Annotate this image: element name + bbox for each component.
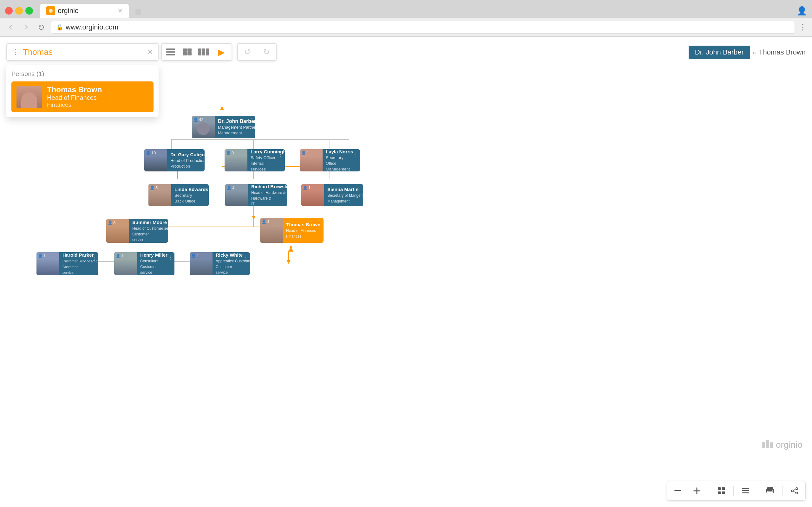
- card-menu-button[interactable]: ⋮: [166, 252, 174, 262]
- refresh-button[interactable]: [36, 21, 47, 33]
- zoom-out-button[interactable]: [671, 484, 685, 498]
- clear-search-button[interactable]: ✕: [147, 48, 153, 56]
- thomas-expand-icon[interactable]: [287, 245, 295, 254]
- card-dept: Customer service: [140, 265, 157, 275]
- card-title: Consultant: [140, 259, 158, 263]
- svg-rect-47: [674, 490, 681, 491]
- bottom-toolbar: [667, 481, 806, 501]
- svg-rect-2: [166, 49, 175, 50]
- forward-button[interactable]: [20, 21, 32, 33]
- user-account-button[interactable]: 👤: [797, 6, 807, 16]
- card-title: Secretary of Mangement: [327, 193, 363, 198]
- svg-rect-9: [198, 49, 201, 52]
- maximize-button[interactable]: [26, 7, 33, 14]
- card-title: Secretary: [174, 193, 192, 198]
- card-count: 👤 4: [261, 219, 269, 224]
- card-larry-cunningham[interactable]: 👤 8 Larry Cunningham Safety Officer Inte…: [224, 149, 285, 171]
- toolbar-divider: [733, 486, 734, 496]
- svg-rect-60: [767, 489, 774, 492]
- card-sienna-martin[interactable]: 👤 1 Sienna Martin Secretary of Mangement…: [301, 184, 363, 206]
- card-count: 👤 8: [226, 151, 234, 155]
- svg-rect-52: [718, 492, 721, 494]
- compact-view-button[interactable]: [180, 45, 195, 59]
- svg-rect-57: [767, 487, 773, 489]
- browser-menu-button[interactable]: ⋮: [799, 22, 807, 32]
- undo-button[interactable]: ↺: [238, 44, 257, 60]
- card-menu-button[interactable]: ⋮: [90, 252, 98, 262]
- address-bar[interactable]: 🔒 www.orginio.com: [51, 21, 795, 34]
- undo-controls: ↺ ↻: [237, 43, 276, 61]
- svg-rect-53: [722, 492, 725, 494]
- list-view-button[interactable]: [163, 45, 178, 59]
- card-menu-button[interactable]: ⋮: [200, 184, 209, 193]
- play-button[interactable]: ▶: [212, 45, 230, 59]
- tab-close-button[interactable]: ✕: [118, 7, 122, 14]
- card-menu-button[interactable]: ⋮: [355, 184, 363, 193]
- card-count: 👤 5: [150, 185, 158, 190]
- view-controls: ▶: [161, 43, 232, 61]
- card-john-barber[interactable]: 👤 42 Dr. John Barber Management Partner …: [192, 116, 255, 138]
- card-menu-button[interactable]: ⋮: [276, 149, 285, 159]
- redo-button[interactable]: ↻: [257, 44, 276, 60]
- watermark-text: orginio: [776, 440, 803, 450]
- card-name: Ricky White: [216, 252, 243, 258]
- new-tab-button[interactable]: [129, 6, 148, 18]
- print-button[interactable]: [763, 484, 777, 498]
- card-menu-button[interactable]: ⋮: [352, 149, 360, 159]
- card-dept: Management: [218, 130, 242, 135]
- grid-button[interactable]: [714, 484, 728, 498]
- back-button[interactable]: [5, 21, 16, 33]
- card-menu-button[interactable]: ⋮: [160, 219, 168, 228]
- card-menu-button[interactable]: ⋮: [279, 184, 287, 193]
- card-title: Secretary: [326, 155, 344, 160]
- card-info: Ricky White Apprentice Customer Service …: [212, 252, 242, 275]
- tab-favicon: [46, 6, 55, 15]
- svg-rect-11: [206, 49, 209, 52]
- result-avatar: [16, 86, 42, 108]
- svg-rect-1: [136, 9, 141, 15]
- card-menu-button[interactable]: ⋮: [247, 116, 255, 125]
- active-tab[interactable]: orginio ✕: [40, 4, 129, 18]
- dropdown-label: Persons (1): [11, 70, 154, 78]
- svg-rect-55: [742, 490, 749, 491]
- share-button[interactable]: [788, 484, 802, 498]
- card-info: Dr. Gary Coleman Head of Production Prod…: [167, 150, 196, 171]
- search-input[interactable]: [23, 47, 143, 57]
- minimize-button[interactable]: [15, 7, 23, 14]
- url-text: www.orginio.com: [66, 23, 118, 32]
- card-summer-moore[interactable]: 👤 8 Summer Moore Head of Customer servic…: [106, 219, 168, 243]
- card-menu-button[interactable]: ⋮: [242, 252, 250, 262]
- svg-line-66: [793, 491, 796, 493]
- svg-rect-14: [206, 52, 209, 55]
- card-layla-norris[interactable]: 👤 1 Layla Norris Secretary Office Manage…: [300, 149, 360, 171]
- card-dept: Management: [327, 199, 350, 204]
- card-title: Head of Production: [170, 158, 205, 163]
- card-henry-miller[interactable]: 👤 1 Henry Miller Consultant Customer ser…: [114, 252, 174, 275]
- card-info: Thomas Brown Head of Finances Finances: [283, 220, 315, 241]
- card-harold-parker[interactable]: 👤 1 Harold Parker Customer Service Repre…: [37, 252, 98, 275]
- result-name: Thomas Brown: [47, 85, 102, 94]
- card-view-button[interactable]: [196, 45, 211, 59]
- card-ricky-white[interactable]: 👤 1 Ricky White Apprentice Customer Serv…: [190, 252, 250, 275]
- card-title: Safety Officer: [251, 155, 275, 160]
- card-gary-coleman[interactable]: 👤 18 Dr. Gary Coleman Head of Production…: [144, 149, 205, 171]
- card-info: Layla Norris Secretary Office Management: [322, 149, 352, 171]
- svg-rect-3: [166, 51, 175, 53]
- card-menu-button[interactable]: ⋮: [315, 218, 323, 228]
- card-title: Management Partner: [218, 125, 255, 130]
- svg-rect-6: [188, 49, 192, 52]
- search-options-icon[interactable]: ⋮: [12, 48, 19, 56]
- svg-rect-54: [742, 488, 749, 489]
- list-button[interactable]: [739, 484, 753, 498]
- close-button[interactable]: [5, 7, 13, 14]
- search-dropdown: Persons (1) Thomas Brown Head of Finance…: [6, 65, 159, 117]
- search-result-item[interactable]: Thomas Brown Head of Finances Finances: [11, 81, 154, 112]
- card-linda-edwards[interactable]: 👤 5 Linda Edwards Secretary Back Office …: [148, 184, 209, 206]
- zoom-in-button[interactable]: [690, 484, 704, 498]
- svg-line-65: [793, 489, 796, 491]
- card-richard-brewster[interactable]: 👤 4 Richard Brewster Head of Hardware & …: [225, 184, 287, 206]
- card-thomas-brown[interactable]: 👤 4 Thomas Brown Head of Finances Financ…: [260, 218, 323, 243]
- card-menu-button[interactable]: ⋮: [196, 149, 205, 159]
- svg-rect-49: [697, 487, 698, 494]
- card-name: Henry Miller: [140, 252, 167, 258]
